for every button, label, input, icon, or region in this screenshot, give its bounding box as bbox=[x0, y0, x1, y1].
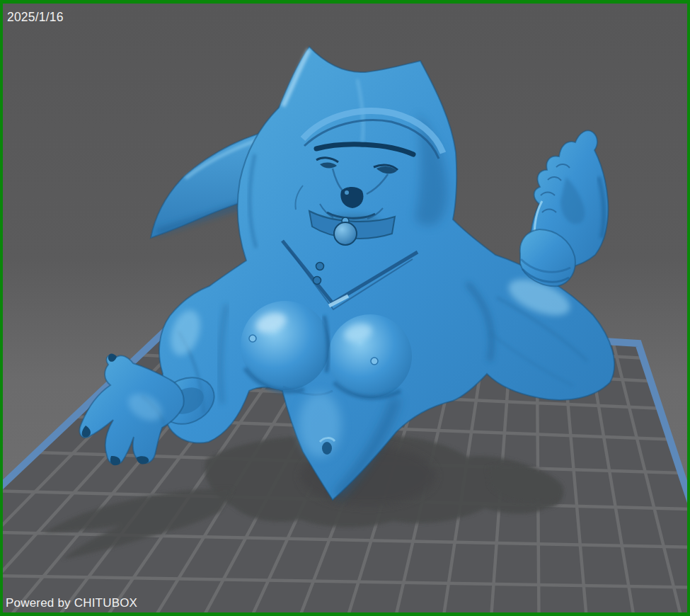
watermark-label: Powered by CHITUBOX bbox=[6, 596, 137, 610]
model-mesh[interactable] bbox=[0, 0, 690, 616]
model-raised-hand bbox=[520, 130, 609, 286]
date-label: 2025/1/16 bbox=[7, 10, 64, 25]
pendant bbox=[334, 222, 357, 245]
chitubox-3d-viewport[interactable]: 2025/1/16 Powered by CHITUBOX bbox=[0, 0, 690, 616]
